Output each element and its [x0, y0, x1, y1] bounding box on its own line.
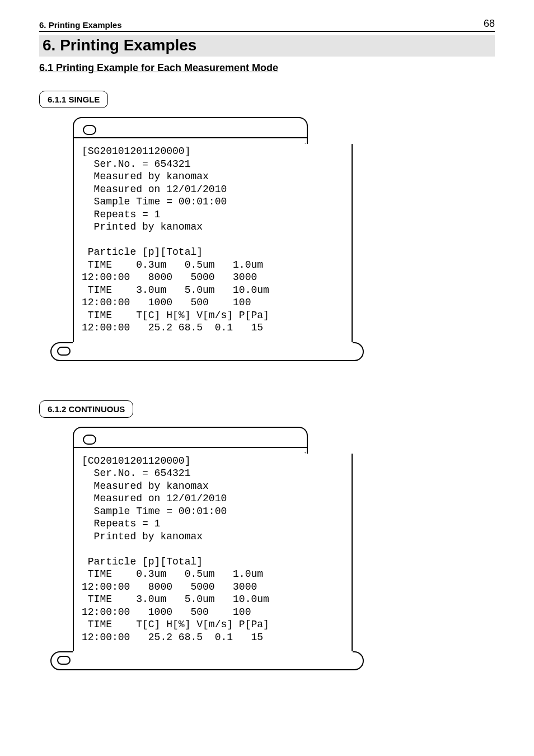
printout-body-text: [CO20101201120000] Ser.No. = 654321 Meas… — [73, 454, 353, 652]
subsection-single-label: 6.1.1 SINGLE — [39, 91, 108, 108]
printer-knob-icon — [57, 656, 71, 665]
page-number: 68 — [484, 18, 495, 30]
printout-bottom — [73, 342, 353, 361]
printout-body-text: [SG20101201120000] Ser.No. = 654321 Meas… — [73, 144, 353, 342]
paper-tear-line — [74, 447, 307, 448]
printer-slot-icon — [50, 342, 364, 361]
printout-continuous: [CO20101201120000] Ser.No. = 654321 Meas… — [73, 427, 308, 671]
page-header: 6. Printing Examples 68 — [39, 18, 495, 32]
chapter-title: 6. Printing Examples — [39, 35, 495, 57]
header-section-title: 6. Printing Examples — [39, 20, 122, 30]
paper-tear-line — [74, 137, 307, 138]
printout-figure: [CO20101201120000] Ser.No. = 654321 Meas… — [73, 427, 353, 671]
printout-figure: [SG20101201120000] Ser.No. = 654321 Meas… — [73, 117, 353, 361]
paper-tear-icon — [83, 435, 96, 445]
section-title: 6.1 Printing Example for Each Measuremen… — [39, 62, 495, 74]
printer-slot-icon — [50, 651, 364, 670]
subsection-continuous-label: 6.1.2 CONTINUOUS — [39, 400, 133, 418]
printer-knob-icon — [57, 347, 71, 356]
printout-top-cap — [73, 427, 308, 454]
printout-top-cap — [73, 117, 308, 144]
printout-bottom — [73, 651, 353, 670]
printout-single: [SG20101201120000] Ser.No. = 654321 Meas… — [73, 117, 308, 361]
paper-tear-icon — [83, 125, 96, 135]
